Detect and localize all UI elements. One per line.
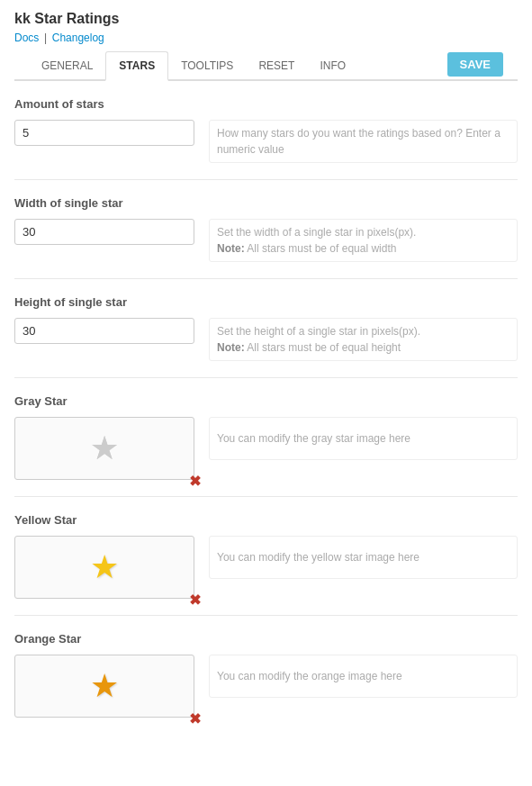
- height-note-label: Note:: [217, 341, 245, 354]
- link-separator: |: [44, 32, 47, 44]
- yellow-star-desc: You can modify the yellow star image her…: [209, 536, 518, 579]
- header: kk Star Ratings Docs | Changelog GENERAL…: [0, 0, 532, 81]
- section-height-of-single-star: Height of single star Set the height of …: [14, 279, 518, 378]
- content-area: Amount of stars How many stars do you wa…: [0, 81, 532, 752]
- width-input[interactable]: [14, 219, 194, 245]
- width-row: Set the width of a single star in pixels…: [14, 219, 518, 262]
- height-note: All stars must be of equal height: [247, 341, 401, 354]
- page-wrapper: kk Star Ratings Docs | Changelog GENERAL…: [0, 0, 532, 786]
- amount-of-stars-row: How many stars do you want the ratings b…: [14, 120, 518, 163]
- orange-star-icon: ★: [90, 670, 119, 702]
- height-label: Height of single star: [14, 295, 518, 309]
- orange-star-image-wrap: ★ ✖: [14, 655, 194, 718]
- orange-star-remove-button[interactable]: ✖: [187, 712, 202, 727]
- docs-link[interactable]: Docs: [14, 32, 39, 44]
- height-input[interactable]: [14, 318, 194, 344]
- save-button[interactable]: SAVE: [447, 52, 503, 77]
- gray-star-desc: You can modify the gray star image here: [209, 417, 518, 460]
- nav-tabs: GENERAL STARS TOOLTIPS RESET INFO SAVE: [14, 51, 518, 81]
- section-amount-of-stars: Amount of stars How many stars do you wa…: [14, 81, 518, 180]
- yellow-star-image-box[interactable]: ★: [14, 536, 194, 599]
- yellow-star-icon: ★: [90, 551, 119, 583]
- gray-star-icon: ★: [90, 432, 119, 465]
- width-desc: Set the width of a single star in pixels…: [209, 219, 518, 262]
- tab-tooltips[interactable]: TOOLTIPS: [168, 52, 246, 81]
- gray-star-label: Gray Star: [14, 394, 518, 408]
- yellow-star-label: Yellow Star: [14, 513, 518, 527]
- section-gray-star: Gray Star ★ ✖ You can modify the gray st…: [14, 378, 518, 497]
- gray-star-remove-button[interactable]: ✖: [187, 474, 202, 489]
- yellow-star-image-wrap: ★ ✖: [14, 536, 194, 599]
- gray-star-row: ★ ✖ You can modify the gray star image h…: [14, 417, 518, 480]
- gray-star-remove-icon: ✖: [189, 474, 201, 489]
- yellow-star-remove-icon: ✖: [189, 593, 201, 608]
- orange-star-label: Orange Star: [14, 632, 518, 646]
- height-row: Set the height of a single star in pixel…: [14, 318, 518, 361]
- section-orange-star: Orange Star ★ ✖ You can modify the orang…: [14, 616, 518, 734]
- app-title: kk Star Ratings: [14, 11, 518, 27]
- tab-general[interactable]: GENERAL: [29, 52, 105, 81]
- amount-of-stars-label: Amount of stars: [14, 97, 518, 111]
- amount-input-wrap: [14, 120, 194, 146]
- height-desc: Set the height of a single star in pixel…: [209, 318, 518, 361]
- section-width-of-single-star: Width of single star Set the width of a …: [14, 180, 518, 279]
- tab-stars[interactable]: STARS: [105, 51, 168, 81]
- tab-info[interactable]: INFO: [307, 52, 358, 81]
- amount-input[interactable]: [14, 120, 194, 146]
- orange-star-row: ★ ✖ You can modify the orange image here: [14, 655, 518, 718]
- height-input-wrap: [14, 318, 194, 344]
- orange-star-image-box[interactable]: ★: [14, 655, 194, 718]
- changelog-link[interactable]: Changelog: [52, 32, 104, 44]
- width-note-label: Note:: [217, 242, 245, 255]
- amount-desc: How many stars do you want the ratings b…: [209, 120, 518, 163]
- gray-star-image-wrap: ★ ✖: [14, 417, 194, 480]
- yellow-star-row: ★ ✖ You can modify the yellow star image…: [14, 536, 518, 599]
- orange-star-desc: You can modify the orange image here: [209, 655, 518, 698]
- gray-star-image-box[interactable]: ★: [14, 417, 194, 480]
- width-input-wrap: [14, 219, 194, 245]
- section-yellow-star: Yellow Star ★ ✖ You can modify the yello…: [14, 497, 518, 616]
- header-links: Docs | Changelog: [14, 31, 518, 44]
- tab-reset[interactable]: RESET: [246, 52, 307, 81]
- width-note: All stars must be of equal width: [247, 242, 396, 255]
- yellow-star-remove-button[interactable]: ✖: [187, 593, 202, 608]
- orange-star-remove-icon: ✖: [189, 712, 201, 727]
- width-label: Width of single star: [14, 196, 518, 210]
